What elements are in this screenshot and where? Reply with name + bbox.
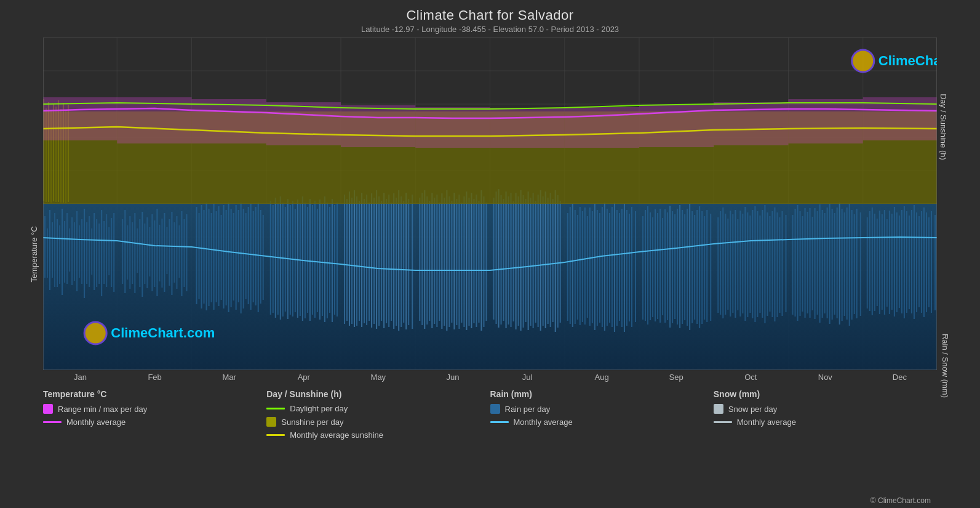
svg-rect-155 [393,193,394,329]
svg-rect-73 [173,222,175,283]
svg-rect-34 [71,217,73,285]
svg-rect-198 [511,193,512,327]
legend-daylight-line [266,408,285,409]
svg-rect-347 [906,211,907,313]
svg-rect-326 [849,204,850,326]
svg-rect-308 [805,208,806,318]
legend-sunshine-title: Day / Sunshine (h) [266,389,490,399]
svg-rect-215 [552,199,554,322]
svg-rect-316 [824,213,826,313]
svg-rect-332 [869,211,870,311]
svg-rect-238 [614,203,615,332]
svg-rect-122 [307,207,308,313]
legend-temp-avg-line [43,421,62,423]
legend-sunshine-label: Sunshine per day [281,417,343,427]
svg-rect-258 [669,206,671,328]
svg-rect-195 [503,199,504,321]
svg-rect-74 [176,216,177,289]
svg-rect-172 [441,193,442,329]
svg-rect-97 [241,203,242,313]
svg-rect-305 [797,205,799,321]
svg-rect-200 [516,193,517,329]
legend-rain-day-label: Rain per day [505,405,551,414]
svg-rect-154 [391,203,392,321]
svg-rect-44 [96,219,97,287]
svg-rect-55 [129,216,130,289]
svg-rect-322 [839,203,840,325]
legend-temp-title: Temperature °C [43,389,266,399]
svg-rect-263 [682,210,683,324]
svg-rect-293 [762,210,763,318]
svg-rect-343 [896,212,898,312]
svg-rect-382 [789,99,863,143]
svg-rect-82 [204,210,205,304]
svg-rect-284 [739,211,741,316]
svg-rect-315 [822,210,823,318]
svg-rect-228 [589,208,591,326]
svg-rect-53 [124,210,125,293]
svg-rect-291 [757,211,758,317]
svg-rect-56 [132,222,133,284]
svg-rect-298 [774,208,775,321]
svg-rect-125 [314,201,316,318]
svg-rect-84 [209,209,210,306]
svg-rect-173 [444,198,445,326]
svg-rect-150 [381,201,382,321]
svg-rect-100 [248,207,249,304]
svg-rect-88 [218,206,220,306]
svg-rect-325 [847,208,848,320]
svg-rect-30 [62,209,63,295]
svg-rect-244 [629,214,630,321]
svg-rect-209 [538,195,539,327]
svg-rect-217 [557,195,559,328]
svg-rect-236 [609,213,610,323]
svg-rect-317 [827,208,828,318]
svg-rect-304 [795,209,796,316]
svg-rect-199 [513,201,514,321]
legend-temp-avg: Monthly average [43,417,266,427]
svg-rect-101 [250,204,252,310]
svg-rect-235 [607,209,608,326]
month-label-apr: Apr [266,373,341,382]
svg-rect-131 [329,207,330,313]
svg-rect-271 [701,211,703,324]
svg-rect-94 [233,213,234,300]
svg-rect-170 [436,195,437,327]
svg-rect-254 [659,209,661,323]
svg-rect-299 [776,212,778,317]
svg-rect-243 [626,210,627,326]
svg-rect-246 [635,211,636,322]
svg-rect-151 [383,193,384,328]
svg-rect-113 [285,207,286,312]
svg-rect-188 [480,190,482,331]
svg-rect-23 [44,216,46,278]
svg-rect-187 [478,201,479,323]
svg-rect-104 [258,203,259,312]
svg-rect-179 [458,195,460,329]
svg-rect-327 [851,210,853,320]
svg-rect-48 [106,214,107,287]
svg-rect-220 [570,207,571,324]
svg-rect-160 [405,193,407,329]
month-label-may: May [341,373,415,382]
svg-rect-282 [735,210,736,318]
svg-rect-123 [309,199,311,321]
svg-rect-247 [642,216,643,320]
legend-sunshine-avg-label: Monthly average sunshine [290,430,383,440]
svg-rect-148 [376,190,377,329]
svg-rect-222 [575,210,576,324]
svg-rect-98 [243,209,244,308]
legend-rain-title: Rain (mm) [490,389,714,399]
svg-rect-259 [672,211,673,323]
svg-rect-37 [79,225,80,278]
svg-rect-206 [530,198,532,326]
svg-rect-110 [277,204,279,315]
svg-rect-166 [426,196,428,325]
svg-rect-171 [439,203,440,321]
svg-rect-340 [889,211,890,314]
svg-rect-41 [89,216,90,287]
svg-rect-162 [412,195,413,329]
legend-temp-range-label: Range min / max per day [58,405,147,414]
svg-rect-175 [448,196,450,327]
svg-rect-287 [747,212,748,317]
